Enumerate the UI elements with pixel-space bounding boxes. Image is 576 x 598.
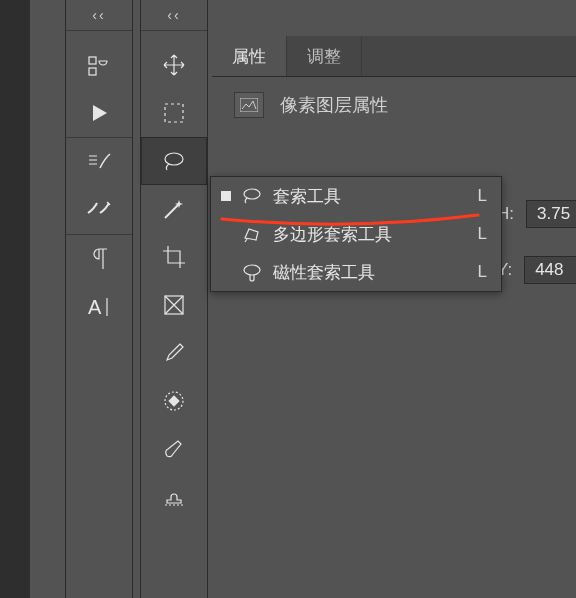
field-h-value[interactable]: 3.75 — [526, 200, 576, 228]
flyout-label: 套索工具 — [273, 185, 468, 208]
flyout-item-lasso[interactable]: 套索工具 L — [211, 177, 501, 215]
frame-tool-icon[interactable] — [141, 281, 207, 329]
dark-edge — [0, 0, 30, 598]
play-icon[interactable] — [66, 89, 132, 137]
flyout-shortcut: L — [478, 262, 487, 282]
field-h: H: 3.75 — [497, 200, 576, 228]
collapse-panelB[interactable]: ‹‹ — [141, 0, 207, 30]
marquee-tool-icon[interactable] — [141, 89, 207, 137]
healing-brush-icon[interactable] — [141, 377, 207, 425]
selected-marker — [221, 191, 231, 201]
lasso-icon — [241, 185, 263, 207]
properties-panel: 属性 调整 像素图层属性 — [212, 36, 576, 133]
layer-thumbnail-icon — [234, 92, 264, 118]
svg-text:A: A — [88, 296, 102, 318]
poly-lasso-icon — [241, 223, 263, 245]
crop-tool-icon[interactable] — [141, 233, 207, 281]
brush-settings-icon[interactable] — [66, 186, 132, 234]
flyout-shortcut: L — [478, 224, 487, 244]
text-tool-icon[interactable]: A — [66, 283, 132, 331]
lasso-tool-icon[interactable] — [141, 137, 207, 185]
magnetic-lasso-icon — [241, 261, 263, 283]
field-y-value[interactable]: 448 — [524, 256, 576, 284]
flyout-shortcut: L — [478, 186, 487, 206]
flyout-label: 多边形套索工具 — [273, 223, 468, 246]
lasso-flyout: 套索工具 L 多边形套索工具 L 磁性套索工具 L — [210, 176, 502, 292]
flyout-label: 磁性套索工具 — [273, 261, 468, 284]
history-brush-icon[interactable] — [66, 138, 132, 186]
tools-panel: ‹‹ — [140, 0, 208, 598]
tab-properties[interactable]: 属性 — [212, 36, 287, 76]
stamp-tool-icon[interactable] — [141, 473, 207, 521]
flyout-item-magnetic-lasso[interactable]: 磁性套索工具 L — [211, 253, 501, 291]
svg-point-11 — [244, 265, 260, 275]
field-y: Y: 448 — [497, 256, 576, 284]
left-mini-panel: ‹‹ A — [65, 0, 133, 598]
panel-tabs: 属性 调整 — [212, 36, 576, 77]
move-tool-icon[interactable] — [141, 41, 207, 89]
paragraph-icon[interactable] — [66, 235, 132, 283]
eyedropper-icon[interactable] — [141, 329, 207, 377]
svg-rect-1 — [89, 68, 96, 75]
flyout-item-poly-lasso[interactable]: 多边形套索工具 L — [211, 215, 501, 253]
brush-tool-icon[interactable] — [141, 425, 207, 473]
magic-wand-icon[interactable] — [141, 185, 207, 233]
svg-point-5 — [165, 153, 183, 165]
svg-rect-4 — [165, 104, 183, 122]
svg-rect-9 — [240, 98, 258, 112]
svg-point-10 — [244, 189, 260, 199]
svg-rect-0 — [89, 57, 96, 64]
svg-rect-8 — [168, 395, 179, 406]
collapse-panelA[interactable]: ‹‹ — [66, 0, 132, 30]
plugins-icon[interactable] — [66, 41, 132, 89]
tab-adjustments[interactable]: 调整 — [287, 36, 362, 76]
properties-title: 像素图层属性 — [280, 93, 388, 117]
